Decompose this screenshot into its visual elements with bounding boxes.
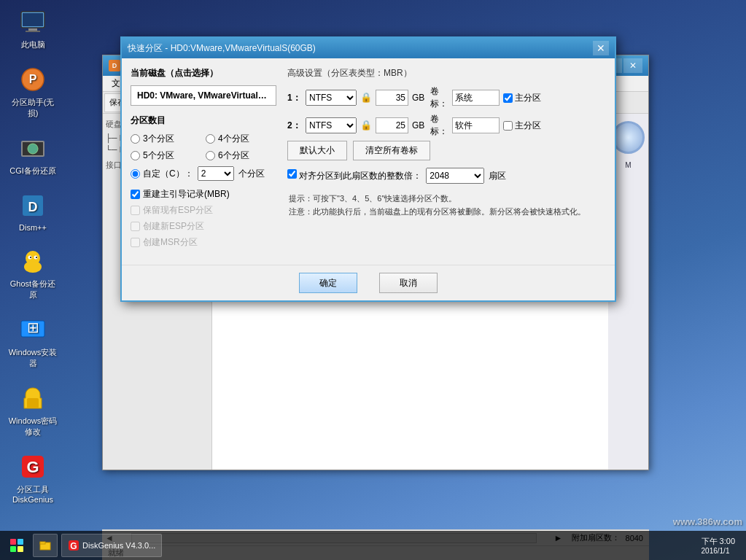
radio-4-input[interactable] [206, 134, 215, 144]
checkbox-keep-esp-input[interactable] [131, 206, 140, 215]
partition-1-primary-input[interactable] [503, 93, 513, 103]
clear-labels-button[interactable]: 清空所有卷标 [353, 141, 430, 160]
checkbox-section: 重建主引导记录(MBR) 保留现有ESP分区 创建新ESP分区 创建M [131, 188, 276, 249]
radio-3-partitions[interactable]: 3个分区 [131, 133, 201, 145]
partition-count-grid: 3个分区 4个分区 5个分区 [131, 133, 276, 162]
radio-custom-label: 自定（C）： [143, 168, 193, 180]
lock-icon-2: 🔒 [360, 120, 372, 131]
align-label-text: 对齐分区到此扇区数的整数倍： [299, 171, 421, 181]
radio-3-input[interactable] [131, 134, 140, 144]
checkbox-keep-esp[interactable]: 保留现有ESP分区 [131, 204, 276, 217]
svg-rect-25 [10, 546, 16, 552]
hint-line-2: 注意：此功能执行后，当前磁盘上的现有分区将被删除。新分区将会被快速格式化。 [289, 206, 605, 219]
partition-2-primary-input[interactable] [503, 121, 513, 131]
custom-unit-label: 个分区 [238, 168, 265, 180]
checkbox-msr-label: 创建MSR分区 [143, 236, 198, 249]
radio-custom-input[interactable] [131, 169, 140, 179]
partition-1-unit: GB [412, 93, 427, 103]
partition-2-num: 2： [287, 120, 302, 132]
confirm-button[interactable]: 确定 [299, 273, 357, 293]
partition-1-fs-select[interactable]: NTFS FAT32 exFAT [306, 90, 357, 106]
partition-count-section: 分区数目 3个分区 4个分区 [131, 114, 276, 181]
disk-select-label: 当前磁盘（点击选择） [131, 67, 276, 79]
taskbar: G DiskGenius V4.3.0... 下午 3:00 2016/1/1 [0, 531, 746, 560]
date-display: 2016/1/1 [702, 547, 735, 555]
desktop: 此电脑 P 分区助手(无损) CGI备份还原 [0, 0, 746, 560]
radio-5-input[interactable] [131, 151, 140, 160]
partition-1-primary-label: 主分区 [515, 92, 541, 104]
checkbox-mbr[interactable]: 重建主引导记录(MBR) [131, 188, 276, 201]
checkbox-msr-input[interactable] [131, 238, 140, 247]
partition-2-label-text: 卷标： [430, 113, 448, 138]
radio-5-partitions[interactable]: 5个分区 [131, 149, 201, 162]
dialog-footer: 确定 取消 [122, 265, 615, 300]
svg-text:G: G [70, 541, 77, 551]
dialog-close-button[interactable]: ✕ [593, 41, 609, 55]
partition-1-label-input[interactable] [452, 90, 500, 106]
svg-rect-23 [10, 539, 16, 545]
radio-3-label: 3个分区 [143, 133, 174, 145]
partition-2-unit: GB [412, 120, 427, 131]
radio-4-label: 4个分区 [218, 133, 249, 145]
checkbox-new-esp-input[interactable] [131, 222, 140, 231]
checkbox-keep-esp-label: 保留现有ESP分区 [143, 204, 213, 217]
taskbar-clock: 下午 3:00 2016/1/1 [702, 536, 742, 555]
clock-display: 下午 3:00 [702, 536, 735, 547]
checkbox-mbr-input[interactable] [131, 190, 140, 199]
partition-buttons-row: 默认大小 清空所有卷标 [287, 141, 606, 160]
radio-6-label: 6个分区 [218, 149, 249, 162]
disk-select-box[interactable]: HD0: VMware, VMwareVirtualS (6 [131, 85, 276, 106]
dialog-title: 快速分区 - HD0:VMware,VMwareVirtualS(60GB) [128, 42, 316, 55]
custom-count-select[interactable]: 2 3 4 [198, 166, 234, 181]
align-row: 对齐分区到此扇区数的整数倍： 2048 4096 512 扇区 [287, 168, 606, 184]
checkbox-new-esp-label: 创建新ESP分区 [143, 220, 204, 233]
align-checkbox-input[interactable] [287, 169, 297, 179]
custom-count-row: 自定（C）： 2 3 4 个分区 [131, 166, 276, 181]
partition-1-row: 1： NTFS FAT32 exFAT 🔒 GB 卷标： [287, 85, 606, 110]
partition-1-primary-checkbox[interactable]: 主分区 [503, 92, 541, 104]
dialog-overlay: 快速分区 - HD0:VMware,VMwareVirtualS(60GB) ✕… [0, 0, 746, 560]
taskbar-diskgenius-btn[interactable]: G DiskGenius V4.3.0... [61, 534, 162, 557]
radio-custom-partitions[interactable]: 自定（C）： [131, 168, 193, 180]
partition-1-label-text: 卷标： [430, 85, 448, 110]
partition-2-primary-label: 主分区 [515, 120, 541, 132]
checkbox-msr[interactable]: 创建MSR分区 [131, 236, 276, 249]
hint-line-1: 提示：可按下"3、4、5、6"快速选择分区个数。 [289, 192, 605, 206]
radio-5-label: 5个分区 [143, 149, 174, 162]
checkbox-mbr-label: 重建主引导记录(MBR) [143, 188, 230, 201]
partition-count-label: 分区数目 [131, 114, 276, 127]
svg-rect-26 [18, 546, 23, 552]
quick-partition-dialog: 快速分区 - HD0:VMware,VMwareVirtualS(60GB) ✕… [120, 36, 616, 302]
dialog-right-section: 高级设置（分区表类型：MBR） 1： NTFS FAT32 exFAT 🔒 GB… [287, 67, 606, 252]
default-size-button[interactable]: 默认大小 [287, 141, 347, 160]
partition-2-fs-select[interactable]: NTFS FAT32 exFAT [306, 117, 357, 133]
svg-rect-24 [18, 539, 23, 545]
partition-2-size-input[interactable] [376, 117, 408, 133]
partition-1-num: 1： [287, 92, 302, 104]
partition-2-primary-checkbox[interactable]: 主分区 [503, 120, 541, 132]
lock-icon-1: 🔒 [360, 92, 372, 104]
align-unit-label: 扇区 [489, 170, 506, 182]
partition-1-size-input[interactable] [376, 90, 408, 106]
partition-2-label-input[interactable] [452, 117, 500, 133]
dialog-left-section: 当前磁盘（点击选择） HD0: VMware, VMwareVirtualS (… [131, 67, 276, 252]
align-select[interactable]: 2048 4096 512 [426, 168, 484, 184]
partition-2-row: 2： NTFS FAT32 exFAT 🔒 GB 卷标： [287, 113, 606, 138]
cancel-button[interactable]: 取消 [379, 273, 438, 293]
svg-rect-28 [40, 542, 45, 544]
checkbox-new-esp[interactable]: 创建新ESP分区 [131, 220, 276, 233]
dialog-titlebar: 快速分区 - HD0:VMware,VMwareVirtualS(60GB) ✕ [122, 38, 615, 58]
taskbar-explorer-btn[interactable] [33, 534, 58, 557]
align-checkbox-label[interactable]: 对齐分区到此扇区数的整数倍： [287, 169, 421, 182]
radio-6-input[interactable] [206, 151, 215, 160]
advanced-header: 高级设置（分区表类型：MBR） [287, 67, 606, 79]
taskbar-diskgenius-label: DiskGenius V4.3.0... [82, 541, 155, 550]
start-button[interactable] [4, 533, 29, 559]
hint-text: 提示：可按下"3、4、5、6"快速选择分区个数。 注意：此功能执行后，当前磁盘上… [287, 192, 606, 218]
dialog-body: 当前磁盘（点击选择） HD0: VMware, VMwareVirtualS (… [122, 58, 615, 261]
radio-4-partitions[interactable]: 4个分区 [206, 133, 276, 145]
radio-6-partitions[interactable]: 6个分区 [206, 149, 276, 162]
